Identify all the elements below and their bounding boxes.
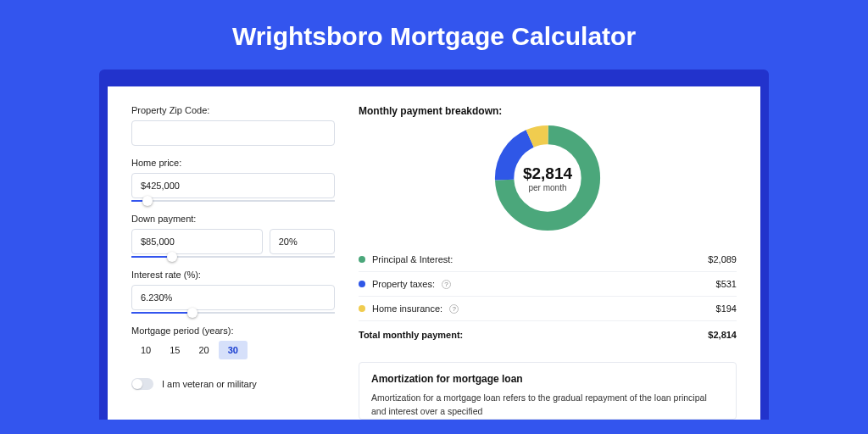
amortization-text: Amortization for a mortgage loan refers … — [371, 392, 724, 419]
line-item-label: Principal & Interest: — [359, 254, 453, 264]
home-price-slider[interactable] — [131, 200, 335, 202]
rate-field: Interest rate (%): — [131, 270, 335, 314]
down-payment-field: Down payment: — [131, 214, 335, 258]
down-payment-slider[interactable] — [131, 256, 335, 258]
line-item-value: $531 — [716, 279, 737, 289]
line-item-value: $194 — [716, 303, 737, 314]
slider-thumb[interactable] — [167, 252, 177, 262]
donut-per-month: per month — [523, 183, 572, 192]
amortization-title: Amortization for mortgage loan — [371, 373, 724, 385]
calculator-card: Property Zip Code: Home price: Down paym… — [108, 86, 760, 420]
legend-dot — [359, 305, 365, 312]
help-icon[interactable]: ? — [442, 280, 451, 289]
breakdown-panel: Monthly payment breakdown: $2,814 per mo… — [359, 105, 737, 420]
total-value: $2,814 — [708, 330, 737, 340]
help-icon[interactable]: ? — [449, 304, 459, 314]
line-item: Home insurance:?$194 — [359, 297, 737, 320]
legend-dot — [359, 256, 365, 263]
breakdown-heading: Monthly payment breakdown: — [359, 105, 737, 117]
period-buttons: 10152030 — [131, 341, 335, 359]
rate-label: Interest rate (%): — [131, 270, 335, 280]
rate-slider[interactable] — [131, 312, 335, 314]
line-item-text: Home insurance: — [372, 303, 442, 314]
zip-field: Property Zip Code: — [131, 105, 335, 146]
period-field: Mortgage period (years): 10152030 — [131, 326, 335, 359]
rate-input[interactable] — [131, 285, 335, 310]
line-item: Principal & Interest:$2,089 — [359, 248, 737, 272]
line-item-value: $2,089 — [708, 254, 737, 264]
donut-chart: $2,814 per month — [359, 124, 737, 232]
donut-center: $2,814 per month — [523, 164, 572, 192]
donut-total: $2,814 — [523, 164, 572, 183]
line-items: Principal & Interest:$2,089Property taxe… — [359, 248, 737, 320]
period-button-15[interactable]: 15 — [160, 341, 189, 359]
line-item-text: Principal & Interest: — [372, 254, 453, 264]
home-price-input[interactable] — [131, 173, 335, 198]
period-button-10[interactable]: 10 — [131, 341, 160, 359]
slider-thumb[interactable] — [187, 308, 198, 318]
period-label: Mortgage period (years): — [131, 326, 335, 336]
line-item: Property taxes:?$531 — [359, 272, 737, 297]
legend-dot — [359, 281, 365, 287]
slider-thumb[interactable] — [142, 196, 153, 206]
period-button-20[interactable]: 20 — [190, 341, 219, 359]
line-item-label: Home insurance:? — [359, 303, 459, 314]
line-item-text: Property taxes: — [372, 279, 435, 289]
veteran-row: I am veteran or military — [131, 378, 335, 390]
zip-input[interactable] — [131, 120, 335, 146]
line-item-label: Property taxes:? — [359, 279, 451, 289]
home-price-field: Home price: — [131, 158, 335, 202]
veteran-toggle[interactable] — [131, 378, 153, 390]
down-payment-pct-input[interactable] — [270, 229, 335, 254]
down-payment-input[interactable] — [131, 229, 263, 254]
total-label: Total monthly payment: — [359, 330, 463, 340]
page-title: Wrightsboro Mortgage Calculator — [0, 22, 868, 51]
slider-fill — [131, 312, 192, 314]
total-row: Total monthly payment: $2,814 — [359, 320, 737, 350]
slider-fill — [131, 256, 172, 258]
amortization-box: Amortization for mortgage loan Amortizat… — [359, 362, 737, 420]
down-payment-label: Down payment: — [131, 214, 335, 224]
home-price-label: Home price: — [131, 158, 335, 168]
form-panel: Property Zip Code: Home price: Down paym… — [131, 105, 335, 420]
period-button-30[interactable]: 30 — [219, 341, 248, 359]
veteran-label: I am veteran or military — [162, 379, 257, 389]
zip-label: Property Zip Code: — [131, 105, 335, 115]
card-backdrop: Property Zip Code: Home price: Down paym… — [99, 70, 769, 420]
